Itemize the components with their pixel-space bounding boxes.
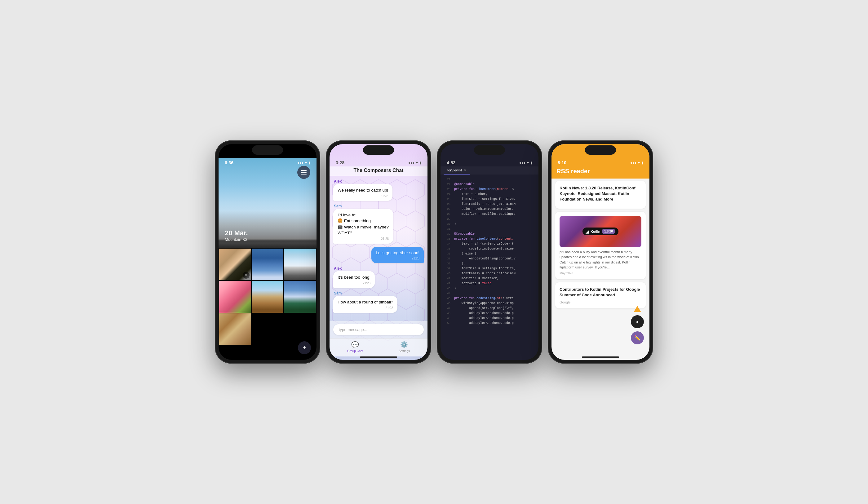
tab-label: Settings [399, 349, 410, 353]
gallery-cell[interactable] [219, 281, 251, 313]
code-line: 24 text = number, [441, 192, 538, 197]
code-line: 48 addStyle(AppTheme.code.p [441, 311, 538, 316]
wifi-icon: ▾ [305, 161, 307, 165]
dynamic-island-3 [474, 145, 505, 155]
wifi-icon: ▾ [527, 161, 529, 165]
rss-card-title: Kotlin News: 1.8.20 Release, KotlinConf … [559, 185, 641, 203]
fab-circle-button[interactable]: ● [631, 315, 644, 328]
chat-message: Alex We really need to catch up! 21:28 [333, 179, 424, 201]
bubble-text: We really need to catch up! [338, 187, 388, 193]
code-line: 37 AnnotatedString(content.v [441, 256, 538, 261]
code-line: 47 append(str.replace("\t", [441, 306, 538, 311]
fab-triangle-icon[interactable] [634, 306, 641, 312]
dynamic-island-1 [252, 145, 283, 155]
status-icons-3: ●●● ▾ ▮ [519, 161, 532, 165]
add-button[interactable]: + [298, 341, 311, 354]
home-indicator [360, 357, 397, 358]
code-line: 22@Composable [441, 182, 538, 187]
hero-overlay: 20 Mar. Mountain K2 [225, 229, 248, 242]
sender-name: Alex [333, 179, 424, 184]
close-tab-icon[interactable]: ✕ [464, 168, 466, 172]
bubble-time: 21:28 [338, 306, 393, 310]
eye-badge: 👁 [243, 272, 249, 279]
rss-card-2[interactable]: ◢ Kotlin 1.8.20 pril has been a busy and… [555, 212, 646, 279]
time-3: 4:52 [447, 160, 455, 165]
gallery-cell[interactable] [284, 249, 316, 280]
input-placeholder: type message... [339, 327, 367, 332]
hero-location: Mountain K2 [225, 237, 248, 242]
phone-chat: 3:28 ●●● ▾ ▮ The Composers Chat [326, 141, 431, 363]
chat-input[interactable]: type message... [333, 324, 424, 335]
menu-line [301, 174, 307, 175]
rss-card-3[interactable]: Contributors to Kotlin Projects for Goog… [555, 282, 646, 308]
rss-card-1[interactable]: Kotlin News: 1.8.20 Release, KotlinConf … [555, 181, 646, 209]
scene: 6:36 ●●● ▾ ▮ 20 Mar. Mountain K2 [203, 128, 665, 376]
code-line: 28 modifier = modifier.padding(s [441, 212, 538, 217]
bubble-time: 21:28 [338, 237, 389, 240]
bubble-time: 21:28 [338, 281, 371, 285]
code-content: 21 22@Composable 23private fun LineNumbe… [441, 175, 538, 360]
menu-line [301, 170, 307, 171]
phone-gallery: 6:36 ●●● ▾ ▮ 20 Mar. Mountain K2 [215, 141, 320, 363]
rss-card-body: pril has been a busy and eventful month … [559, 249, 641, 270]
tab-group-chat[interactable]: 💬 Group Chat [347, 341, 363, 353]
time-4: 8:10 [558, 160, 566, 165]
status-icons-2: ●●● ▾ ▮ [408, 161, 421, 165]
signal-icon: ●●● [297, 161, 303, 165]
status-bar-1: 6:36 ●●● ▾ ▮ [218, 158, 317, 166]
bubble-time: 21:28 [338, 194, 388, 198]
menu-button[interactable] [297, 166, 310, 179]
code-line: 29 [441, 217, 538, 222]
chat-input-area: type message... [330, 321, 427, 338]
code-line: 23private fun LineNumber(number: S [441, 187, 538, 192]
status-bar-4: 8:10 ●●● ▾ ▮ [551, 158, 650, 166]
tab-settings[interactable]: ⚙️ Settings [399, 341, 410, 353]
code-line: 27 color = AmbientContentColor. [441, 207, 538, 212]
code-line: 21 [441, 177, 538, 182]
signal-icon: ●●● [630, 161, 637, 165]
gallery-cell[interactable]: 👁 [219, 249, 251, 280]
bubble-text: I'd love to:🍔 Eat something🎬 Watch a mov… [338, 212, 389, 236]
gallery-cell[interactable] [284, 281, 316, 313]
code-line: 36 } else { [441, 251, 538, 256]
time-2: 3:28 [336, 160, 344, 165]
status-icons-1: ●●● ▾ ▮ [297, 161, 310, 165]
gallery-cell[interactable] [252, 249, 284, 280]
rss-card-image: ◢ Kotlin 1.8.20 [559, 216, 641, 247]
code-line: 39 fontSize = settings.fontSize, [441, 266, 538, 271]
status-icons-4: ●●● ▾ ▮ [630, 161, 643, 165]
bubble-text: Let's get together soon! [376, 250, 420, 256]
kotlin-label: Kotlin [590, 230, 600, 234]
code-line: 25 fontSize = settings.fontSize, [441, 197, 538, 202]
gallery-cell[interactable] [252, 281, 284, 313]
chat-message: Sam How about a round of pinball? 21:28 [333, 291, 424, 313]
chat-message: Sam I'd love to:🍔 Eat something🎬 Watch a… [333, 204, 424, 244]
code-tab-active[interactable]: torView.kt ✕ [444, 166, 470, 175]
wifi-icon: ▾ [638, 161, 640, 165]
rss-title: RSS reader [557, 168, 590, 175]
menu-line [301, 172, 307, 173]
phone-rss: 8:10 ●●● ▾ ▮ RSS reader Kotlin News: 1.8… [548, 141, 653, 363]
group-chat-icon: 💬 [351, 341, 359, 348]
kotlin-badge: ◢ Kotlin 1.8.20 [582, 227, 619, 235]
status-bar-2: 3:28 ●●● ▾ ▮ [330, 158, 427, 166]
home-indicator [582, 357, 619, 358]
settings-icon: ⚙️ [400, 341, 408, 348]
code-line: 35 codeString(content.value [441, 246, 538, 251]
gallery-cell[interactable] [219, 313, 251, 345]
code-line: 45private fun codeString(str: Stri [441, 296, 538, 301]
rss-date: May 2023 [559, 271, 641, 275]
rss-footer-label: Google [559, 300, 570, 304]
battery-icon: ▮ [641, 161, 643, 165]
code-tab-bar: torView.kt ✕ [441, 166, 538, 175]
battery-icon: ▮ [530, 161, 532, 165]
gallery-grid: 👁 [218, 248, 317, 346]
bubble-text: It's been too long! [338, 274, 371, 280]
chat-messages: Alex We really need to catch up! 21:28 S… [330, 176, 427, 321]
code-line: 38 }, [441, 261, 538, 266]
code-line: 32@Composable [441, 232, 538, 237]
fab-edit-button[interactable]: ✏️ [631, 331, 644, 344]
battery-icon: ▮ [420, 161, 421, 165]
phone-code: 4:52 ●●● ▾ ▮ torView.kt ✕ 21 22@Composa [437, 141, 542, 363]
bubble-time: 21:28 [376, 257, 420, 260]
